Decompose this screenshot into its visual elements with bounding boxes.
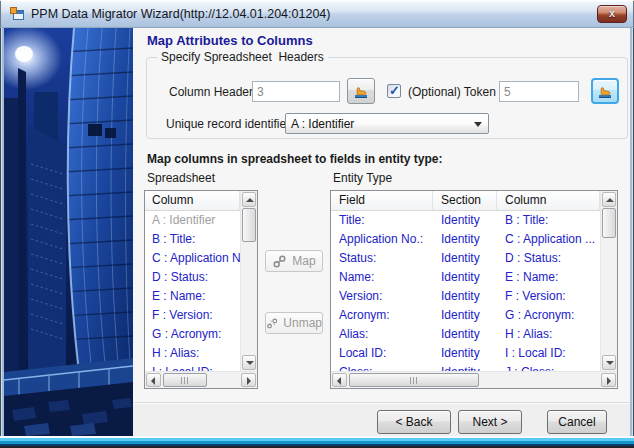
close-icon: x — [609, 7, 615, 19]
spreadsheet-horizontal-scrollbar[interactable] — [145, 371, 257, 388]
scroll-right-icon[interactable] — [601, 373, 616, 387]
scroll-down-icon[interactable] — [602, 355, 616, 370]
scrollbar-thumb[interactable] — [602, 208, 616, 238]
scrollbar-thumb[interactable] — [163, 373, 207, 387]
window-frame-right — [630, 28, 634, 436]
scroll-up-icon[interactable] — [602, 192, 616, 207]
entity-horizontal-scrollbar[interactable] — [331, 371, 617, 388]
list-item[interactable]: I : Local ID: — [145, 363, 240, 371]
scroll-up-icon[interactable] — [242, 192, 256, 207]
entity-rows: Title:IdentityB : Title:Application No.:… — [331, 211, 600, 371]
table-row[interactable]: Local ID:IdentityI : Local ID: — [331, 344, 600, 363]
row-picker-hand-icon — [353, 83, 369, 99]
scroll-left-icon[interactable] — [332, 373, 347, 387]
list-item[interactable]: B : Title: — [145, 230, 240, 249]
table-row[interactable]: Class:IdentityJ : Class: — [331, 363, 600, 371]
main-content: Map Attributes to Columns Specify Spread… — [133, 28, 630, 436]
pick-token-row-button[interactable] — [591, 78, 619, 104]
chain-link-icon — [272, 254, 287, 269]
table-row[interactable]: Status:IdentityD : Status: — [331, 249, 600, 268]
table-row[interactable]: Acronym:IdentityG : Acronym: — [331, 306, 600, 325]
table-row[interactable]: Alias:IdentityH : Alias: — [331, 325, 600, 344]
page-title: Map Attributes to Columns — [147, 33, 313, 48]
scroll-right-icon[interactable] — [241, 373, 256, 387]
list-item[interactable]: G : Acronym: — [145, 325, 240, 344]
unique-identifier-value: A : Identifier — [291, 117, 354, 131]
token-row-input[interactable] — [499, 81, 579, 102]
scrollbar-thumb[interactable] — [242, 208, 256, 242]
spreadsheet-list-label: Spreadsheet — [147, 171, 215, 185]
chevron-down-icon — [474, 122, 482, 127]
spreadsheet-items: A : IdentifierB : Title:C : Application … — [145, 211, 240, 371]
close-button[interactable]: x — [597, 5, 627, 23]
unique-identifier-select[interactable]: A : Identifier — [285, 113, 489, 134]
entity-list-header[interactable]: Field Section Column — [331, 191, 600, 211]
spreadsheet-list: Column A : IdentifierB : Title:C : Appli… — [144, 190, 258, 389]
spreadsheet-list-header[interactable]: Column — [145, 191, 240, 211]
token-row-checkbox[interactable] — [387, 84, 401, 98]
window-title: PPM Data Migrator Wizard(http://12.04.01… — [31, 7, 330, 21]
next-button[interactable]: Next > — [458, 410, 522, 434]
unique-identifier-label: Unique record identifier: — [166, 117, 293, 131]
entity-list-label: Entity Type — [333, 171, 392, 185]
scroll-down-icon[interactable] — [242, 355, 256, 370]
back-button[interactable]: < Back — [377, 410, 451, 434]
list-item[interactable]: H : Alias: — [145, 344, 240, 363]
list-item[interactable]: E : Name: — [145, 287, 240, 306]
sidebar-artwork — [4, 28, 133, 436]
table-row[interactable]: Version:IdentityF : Version: — [331, 287, 600, 306]
list-item[interactable]: D : Status: — [145, 268, 240, 287]
pick-header-row-button[interactable] — [347, 78, 375, 104]
row-picker-hand-icon — [597, 83, 613, 99]
footer-bar: < Back Next > Cancel — [133, 402, 630, 436]
section-column-header: Section — [433, 191, 497, 210]
wizard-window: PPM Data Migrator Wizard(http://12.04.01… — [0, 0, 634, 448]
mapping-instruction: Map columns in spreadsheet to fields in … — [147, 152, 442, 166]
window-frame-bottom — [0, 436, 634, 448]
entity-list: Field Section Column Title:IdentityB : T… — [330, 190, 618, 389]
list-item[interactable]: F : Version: — [145, 306, 240, 325]
app-icon — [9, 6, 25, 22]
list-item[interactable]: C : Application No — [145, 249, 240, 268]
entity-vertical-scrollbar[interactable] — [600, 191, 617, 371]
field-column-header: Field — [331, 191, 433, 210]
table-row[interactable]: Application No.:IdentityC : Application … — [331, 230, 600, 249]
cancel-button[interactable]: Cancel — [547, 410, 607, 434]
spreadsheet-vertical-scrollbar[interactable] — [240, 191, 257, 371]
title-bar[interactable]: PPM Data Migrator Wizard(http://12.04.01… — [0, 0, 634, 28]
table-row[interactable]: Title:IdentityB : Title: — [331, 211, 600, 230]
column-header-row-input[interactable] — [252, 81, 340, 102]
broken-chain-icon — [266, 316, 278, 331]
scroll-left-icon[interactable] — [146, 373, 161, 387]
scrollbar-thumb[interactable] — [349, 373, 479, 387]
column-column-header: Column — [497, 191, 600, 210]
table-row[interactable]: Name:IdentityE : Name: — [331, 268, 600, 287]
list-item[interactable]: A : Identifier — [145, 211, 240, 230]
map-button[interactable]: Map — [265, 250, 323, 272]
unmap-button[interactable]: Unmap — [265, 312, 323, 334]
group-legend: Specify Spreadsheet Headers — [157, 50, 328, 64]
spreadsheet-headers-group: Specify Spreadsheet Headers Column Heade… — [146, 57, 628, 139]
